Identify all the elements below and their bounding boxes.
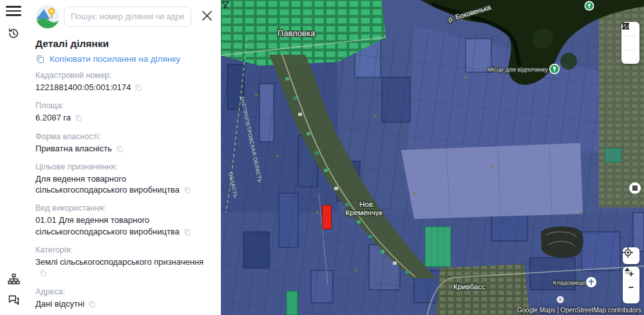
copy-icon[interactable] — [184, 186, 191, 196]
map-label-settlement-line2: Кременчук — [346, 209, 383, 216]
copy-icon[interactable] — [75, 113, 82, 124]
field-value: 1221881400:05:001:0174 — [35, 82, 131, 92]
copy-icon[interactable] — [116, 144, 124, 155]
field-label: Форма власності: — [35, 132, 214, 141]
field-usage: Вид використання: 01.01 Для ведення това… — [35, 204, 214, 238]
sitemap-icon[interactable] — [7, 272, 21, 288]
copy-link-label: Копіювати посилання на ділянку — [50, 54, 180, 64]
poi-marker-top-right[interactable] — [585, 1, 594, 11]
copy-link-button[interactable]: Копіювати посилання на ділянку — [35, 54, 180, 64]
map-tiles: ДНЕПРОПЕТРОВСКАЯ ОБЛАСТЬ ОБЛАСТЬ Павловк… — [221, 0, 644, 315]
menu-icon[interactable] — [6, 6, 21, 17]
poi-marker-cemetery[interactable] — [586, 277, 596, 287]
map-label-cemetery: Кладовище — [553, 279, 585, 286]
zoom-out-button[interactable]: − — [623, 280, 639, 293]
field-purpose: Цільове призначення: Для ведення товарно… — [35, 162, 214, 197]
polygon-tool-button[interactable] — [621, 36, 639, 50]
field-category: Категорія: Землі сільськогосподарського … — [35, 245, 214, 280]
field-area: Площа: 6.2087 га — [35, 101, 214, 124]
field-value: Для ведення товарного сільськогосподарсь… — [35, 174, 180, 195]
field-label: Вид використання: — [35, 204, 214, 213]
field-value: 01.01 Для ведення товарного сільськогосп… — [35, 215, 180, 236]
copy-icon[interactable] — [39, 269, 47, 280]
map-label-rest-place: Місце для відпочинку — [488, 66, 549, 73]
locate-button[interactable] — [623, 247, 639, 264]
poi-dot-center — [559, 298, 562, 301]
close-icon[interactable] — [200, 9, 214, 24]
field-ownership: Форма власності: Приватна власність — [35, 132, 214, 155]
map-label-pavlovka: Павловка — [278, 28, 316, 38]
field-label: Площа: — [35, 101, 214, 110]
delete-tool-button[interactable] — [621, 50, 639, 64]
map-label-settlement-line1: Нов. — [359, 200, 375, 208]
history-icon[interactable] — [7, 27, 20, 42]
map-canvas[interactable]: ДНЕПРОПЕТРОВСКАЯ ОБЛАСТЬ ОБЛАСТЬ Павловк… — [221, 0, 644, 315]
trash-icon — [621, 22, 630, 30]
app-logo[interactable] — [35, 5, 60, 29]
tilt-button[interactable] — [623, 293, 639, 303]
draw-tools-panel — [621, 22, 639, 64]
field-label: Категорія: — [35, 245, 214, 254]
locate-icon — [623, 247, 633, 258]
field-label: Цільове призначення: — [35, 162, 214, 171]
page-title: Деталі ділянки — [35, 38, 214, 50]
map-attribution[interactable]: Google Maps | OpenStreetMap contributors — [517, 307, 641, 314]
field-value: 6.2087 га — [35, 113, 71, 122]
funnel-icon — [221, 0, 230, 9]
copy-icon[interactable] — [88, 300, 96, 310]
search-input[interactable] — [64, 6, 191, 27]
field-label: Кадастровий номер: — [35, 71, 214, 80]
field-value: Приватна власність — [35, 144, 112, 153]
poi-marker-rest-place[interactable] — [549, 64, 560, 74]
map-label-kryvbas: Кривбасс — [453, 283, 486, 291]
tilt-icon — [623, 267, 632, 274]
field-label: Адреса: — [35, 287, 214, 296]
field-value: Землі сільськогосподарського призначення — [35, 257, 204, 267]
field-address: Адреса: Дані відсутні — [35, 287, 214, 310]
copy-icon[interactable] — [184, 227, 191, 238]
app-window: ДНЕПРОПЕТРОВСКАЯ ОБЛАСТЬ ОБЛАСТЬ Павловк… — [0, 0, 644, 315]
poi-marker-building[interactable] — [629, 182, 641, 194]
selected-parcel[interactable] — [322, 205, 332, 229]
zoom-panel: + − — [623, 267, 639, 303]
copy-icon — [35, 54, 45, 64]
details-panel: Деталі ділянки Копіювати посилання на ді… — [0, 0, 221, 315]
field-value: Дані відсутні — [35, 299, 84, 309]
left-rail — [0, 0, 28, 315]
copy-icon[interactable] — [135, 83, 142, 94]
field-cadastral-number: Кадастровий номер: 1221881400:05:001:017… — [35, 71, 214, 94]
chat-icon[interactable] — [7, 293, 21, 309]
